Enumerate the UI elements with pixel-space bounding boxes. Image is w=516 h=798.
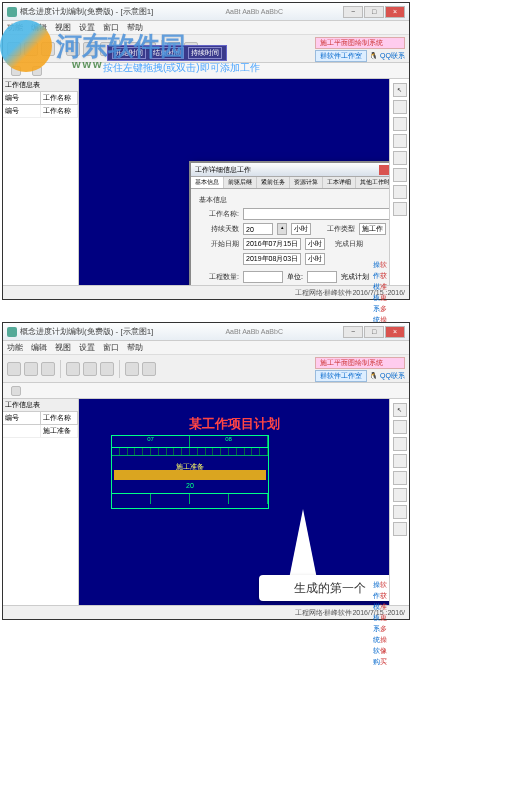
menu-item[interactable]: 设置: [79, 342, 95, 353]
canvas[interactable]: 某工作项目计划 07 08 施工准备 20: [79, 399, 389, 605]
menu-item[interactable]: 视图: [55, 22, 71, 33]
menu-item[interactable]: 功能: [7, 342, 23, 353]
app-title: 概念进度计划编制(免费版) - [示意图1]: [20, 6, 225, 17]
close-button[interactable]: ×: [385, 6, 405, 18]
eng-amount-input[interactable]: [243, 271, 283, 283]
canvas[interactable]: 工作详细信息工作 × 基本信息 前驱后继 紧前任务 资源计算 工本详细 其他工作…: [79, 79, 389, 285]
menu-item[interactable]: 编辑: [31, 22, 47, 33]
close-button[interactable]: ×: [385, 326, 405, 338]
qq-contact[interactable]: 🐧QQ联系: [369, 50, 405, 62]
tool-copy-icon[interactable]: [83, 362, 97, 376]
field-label: 持续天数: [199, 224, 239, 234]
tool-icon[interactable]: [393, 488, 407, 502]
toolbar-badge-2[interactable]: 群软件工作室: [315, 50, 367, 62]
work-name-input[interactable]: [243, 208, 389, 220]
tool-icon[interactable]: [393, 437, 407, 451]
tool-icon[interactable]: [393, 420, 407, 434]
tool-icon[interactable]: [393, 522, 407, 536]
tool-new-icon[interactable]: [7, 42, 21, 56]
callout-text: 生成的第一个: [294, 580, 366, 597]
tb2-icon[interactable]: [11, 66, 21, 76]
menu-item[interactable]: 视图: [55, 342, 71, 353]
tool-cut-icon[interactable]: [66, 362, 80, 376]
tool-icon[interactable]: [393, 185, 407, 199]
callout-box: 生成的第一个: [259, 575, 389, 601]
dialog-tab[interactable]: 基本信息: [191, 177, 224, 188]
separator: [60, 360, 61, 378]
menu-item[interactable]: 窗口: [103, 22, 119, 33]
tool-icon[interactable]: [393, 454, 407, 468]
tool-new-icon[interactable]: [7, 362, 21, 376]
menu-item[interactable]: 帮助: [127, 22, 143, 33]
tool-undo-icon[interactable]: [125, 362, 139, 376]
app-icon: [7, 7, 17, 17]
dialog-tab[interactable]: 前驱后继: [224, 177, 257, 188]
table-row[interactable]: 编号 工作名称: [3, 105, 78, 118]
col-header: 编号: [3, 92, 41, 104]
tooltip-tags: 开始时间 结束时间 持续时间: [107, 45, 227, 61]
tool-icon[interactable]: [393, 168, 407, 182]
tool-copy-icon[interactable]: [83, 42, 97, 56]
left-panel: 工作信息表 编号 工作名称 编号 工作名称: [3, 79, 79, 285]
gantt-month: 08: [190, 436, 268, 447]
tool-paste-icon[interactable]: [100, 362, 114, 376]
work-type-select[interactable]: 施工作: [359, 223, 386, 235]
tool-icon[interactable]: [393, 471, 407, 485]
menu-item[interactable]: 功能: [7, 22, 23, 33]
status-text: 工程网络·群峰软件2016/7/15 :2016/: [295, 608, 406, 618]
tool-icon[interactable]: [393, 505, 407, 519]
tool-redo-icon[interactable]: [142, 362, 156, 376]
dialog-tab[interactable]: 其他工作时间: [356, 177, 389, 188]
tool-save-icon[interactable]: [41, 42, 55, 56]
toolbar-badge-2[interactable]: 群软件工作室: [315, 370, 367, 382]
titlebar: 概念进度计划编制(免费版) - [示意图1] AaBt AaBb AaBbC −…: [3, 323, 409, 341]
tool-icon[interactable]: [393, 100, 407, 114]
right-toolbar: ↖: [389, 79, 409, 285]
minimize-button[interactable]: −: [343, 326, 363, 338]
menubar: 功能 编辑 视图 设置 窗口 帮助: [3, 21, 409, 35]
tb2-icon[interactable]: [32, 66, 42, 76]
start-unit[interactable]: 小时: [305, 238, 325, 250]
table-row[interactable]: 施工准备: [3, 425, 78, 438]
dialog-title: 工作详细信息工作: [195, 165, 251, 175]
eng-unit-input[interactable]: [307, 271, 337, 283]
qq-contact[interactable]: 🐧QQ联系: [369, 370, 405, 382]
pointer-tool-icon[interactable]: ↖: [393, 83, 407, 97]
tool-icon[interactable]: [393, 151, 407, 165]
maximize-button[interactable]: □: [364, 6, 384, 18]
end-date-picker[interactable]: 2019年08月03日: [243, 253, 301, 265]
toolbar-badge-1[interactable]: 施工平面图绘制系统: [315, 357, 405, 369]
tool-icon[interactable]: [393, 202, 407, 216]
start-date-picker[interactable]: 2016年07月15日: [243, 238, 301, 250]
tb2-icon[interactable]: [11, 386, 21, 396]
tool-icon[interactable]: [393, 134, 407, 148]
dialog-tab[interactable]: 资源计算: [290, 177, 323, 188]
maximize-button[interactable]: □: [364, 326, 384, 338]
minimize-button[interactable]: −: [343, 6, 363, 18]
dialog-tab[interactable]: 工本详细: [323, 177, 356, 188]
duration-input[interactable]: [243, 223, 273, 235]
gantt-bar-label: 施工准备: [176, 462, 204, 472]
field-label: 工程数量:: [199, 272, 239, 282]
toolbar-badge-1[interactable]: 施工平面图绘制系统: [315, 37, 405, 49]
screenshot-top: 概念进度计划编制(免费版) - [示意图1] AaBt AaBb AaBbC −…: [2, 2, 410, 300]
dialog-close-button[interactable]: ×: [379, 165, 389, 175]
tool-open-icon[interactable]: [24, 362, 38, 376]
tool-save-icon[interactable]: [41, 362, 55, 376]
duration-unit-select[interactable]: 小时: [291, 223, 311, 235]
spinner-up-icon[interactable]: ▴: [277, 223, 287, 235]
field-label: 开始日期: [199, 239, 239, 249]
left-panel: 工作信息表 编号 工作名称 施工准备: [3, 399, 79, 605]
menu-item[interactable]: 窗口: [103, 342, 119, 353]
app-title: 概念进度计划编制(免费版) - [示意图1]: [20, 326, 225, 337]
dialog-tab[interactable]: 紧前任务: [257, 177, 290, 188]
pointer-tool-icon[interactable]: ↖: [393, 403, 407, 417]
left-panel-title: 工作信息表: [3, 79, 78, 92]
menu-item[interactable]: 设置: [79, 22, 95, 33]
tool-cut-icon[interactable]: [66, 42, 80, 56]
end-unit[interactable]: 小时: [305, 253, 325, 265]
menu-item[interactable]: 帮助: [127, 342, 143, 353]
menu-item[interactable]: 编辑: [31, 342, 47, 353]
tool-icon[interactable]: [393, 117, 407, 131]
tool-open-icon[interactable]: [24, 42, 38, 56]
